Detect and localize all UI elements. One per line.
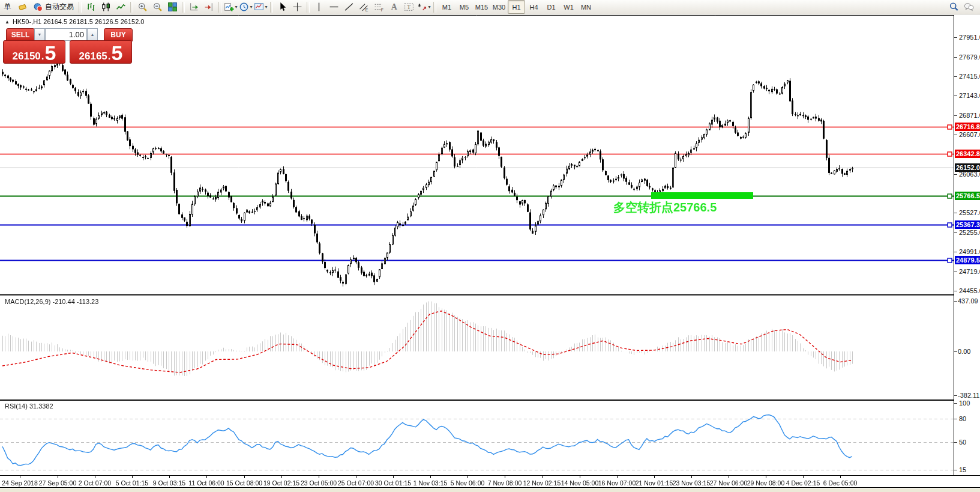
toolbar-buttons: 单自动交易▾▾▾EFAT▾M1M5M15M30H1H4D1W1MN	[0, 0, 946, 14]
highlight-button[interactable]	[15, 0, 30, 14]
hline-icon	[329, 2, 339, 12]
time-tick-mark	[617, 476, 618, 478]
volume-input[interactable]	[45, 28, 87, 41]
timeframe-m5[interactable]: M5	[455, 0, 473, 14]
search-icon	[949, 2, 959, 12]
text-button[interactable]: A	[386, 0, 401, 14]
arrows-icon	[417, 2, 427, 12]
equidistant-channel-button[interactable]: E	[356, 0, 371, 14]
rsi-scale-label: 50	[959, 439, 966, 446]
annotation-bar[interactable]	[651, 192, 753, 199]
bar-chart-button[interactable]	[83, 0, 98, 14]
new-order-button[interactable]: 单	[0, 0, 15, 14]
time-tick-mark	[729, 476, 729, 478]
buy-price-display[interactable]: 26165.5	[70, 40, 132, 64]
level-price-badge: 24879.5	[955, 256, 980, 264]
time-tick-label: 7 Nov 08:00	[488, 479, 522, 487]
timeframe-mn[interactable]: MN	[577, 0, 595, 14]
axis-tick-mark	[954, 96, 957, 96]
tile-windows-icon	[167, 2, 178, 12]
timeframe-w1[interactable]: W1	[560, 0, 577, 14]
channel-icon: E	[359, 2, 369, 12]
time-tick-label: 27 Nov 06:00	[710, 479, 747, 487]
trendline-button[interactable]	[341, 0, 356, 14]
autotrading-button[interactable]: 自动交易	[30, 0, 77, 14]
cursor-button[interactable]	[275, 0, 290, 14]
time-tick-label: 23 Nov 03:15	[673, 479, 710, 487]
time-tick-mark	[691, 476, 692, 478]
pane-separator-rsi[interactable]	[0, 399, 954, 401]
templates-button[interactable]: ▾	[253, 0, 268, 14]
time-tick-label: 15 Oct 08:00	[226, 479, 262, 487]
chart-title-text: HK50-,H1 26164.5 26181.5 26126.5 26152.0	[13, 18, 145, 25]
timeframe-h4[interactable]: H4	[525, 0, 543, 14]
macd-scale-label: -382.11	[958, 392, 980, 399]
timeframe-h1[interactable]: H1	[508, 0, 525, 14]
price-axis[interactable]: 27951.027679.027415.027143.026871.026607…	[954, 15, 980, 475]
chart-shift-button[interactable]	[202, 0, 217, 14]
time-axis[interactable]: 24 Sep 201827 Sep 05:002 Oct 07:005 Oct …	[0, 475, 980, 488]
axis-tick-mark	[954, 272, 957, 272]
arrows-button[interactable]: ▾	[416, 0, 431, 14]
price-tick-label: 27679.0	[959, 53, 980, 61]
chevron-down-icon: ▾	[265, 4, 267, 10]
timeframe-h4-label: H4	[529, 4, 538, 11]
time-tick-label: 27 Sep 05:00	[39, 479, 76, 487]
fibonacci-button[interactable]: F	[371, 0, 386, 14]
macd-indicator-canvas[interactable]	[0, 296, 954, 399]
time-tick-mark	[319, 476, 319, 478]
sell-button[interactable]: SELL	[6, 28, 35, 41]
annotation-text[interactable]: 多空转折点25766.5	[613, 199, 717, 216]
timeframe-m30[interactable]: M30	[490, 0, 508, 14]
axis-tick-mark	[954, 37, 957, 38]
axis-tick-mark	[954, 252, 957, 252]
crosshair-icon	[292, 2, 302, 12]
autotrading-button-label: 自动交易	[45, 2, 74, 12]
new-order-button-label: 单	[4, 2, 11, 12]
timeframe-m15[interactable]: M15	[473, 0, 490, 14]
rsi-indicator-canvas[interactable]	[0, 401, 954, 475]
autoscroll-button[interactable]	[187, 0, 202, 14]
sell-price-display[interactable]: 26150.5	[3, 40, 65, 64]
axis-tick-mark	[954, 213, 957, 213]
line-chart-button[interactable]	[113, 0, 128, 14]
timeframe-d1[interactable]: D1	[543, 0, 560, 14]
zoom-out-button[interactable]	[150, 0, 165, 14]
oneclick-toggle-icon[interactable]: ▲	[5, 19, 10, 25]
periods-button[interactable]: ▾	[238, 0, 253, 14]
candlestick-button[interactable]	[98, 0, 113, 14]
current-price-badge: 26152.0	[955, 163, 980, 172]
toolbar-group-chart-types	[83, 0, 128, 14]
time-tick-mark	[542, 476, 543, 478]
chevron-down-icon: ▾	[235, 4, 237, 10]
indicators-button[interactable]: ▾	[223, 0, 238, 14]
vertical-line-button[interactable]	[311, 0, 326, 14]
volume-increase-button[interactable]: ▲	[87, 28, 98, 41]
price-tick-label: 24719.0	[959, 268, 980, 275]
chat-button[interactable]	[961, 0, 976, 14]
timeframe-m1[interactable]: M1	[438, 0, 455, 14]
buy-button[interactable]: BUY	[104, 28, 133, 41]
level-price-badge: 25766.5	[955, 192, 980, 200]
axis-tick-mark	[954, 57, 957, 58]
axis-tick-mark	[954, 403, 957, 404]
time-tick-label: 25 Oct 07:00	[338, 479, 374, 487]
time-tick-label: 30 Oct 01:15	[375, 479, 411, 487]
price-tick-label: 27951.0	[959, 34, 980, 41]
time-tick-mark	[840, 476, 841, 478]
zoom-in-button[interactable]	[135, 0, 150, 14]
search-button[interactable]	[946, 0, 961, 14]
tile-windows-button[interactable]	[165, 0, 180, 14]
time-tick-label: 16 Nov 07:00	[598, 479, 636, 487]
time-tick-mark	[95, 476, 95, 478]
text-icon: A	[389, 2, 399, 12]
svg-text:A: A	[391, 2, 397, 11]
price-chart-canvas[interactable]	[0, 15, 954, 295]
volume-decrease-button[interactable]: ▼	[34, 28, 45, 41]
text-label-button[interactable]: T	[401, 0, 416, 14]
crosshair-button[interactable]	[290, 0, 305, 14]
pane-separator-macd[interactable]	[0, 294, 954, 296]
horizontal-line-button[interactable]	[326, 0, 341, 14]
buy-price-fraction: 5	[112, 45, 123, 61]
time-tick-label: 14 Nov 05:00	[561, 479, 598, 487]
